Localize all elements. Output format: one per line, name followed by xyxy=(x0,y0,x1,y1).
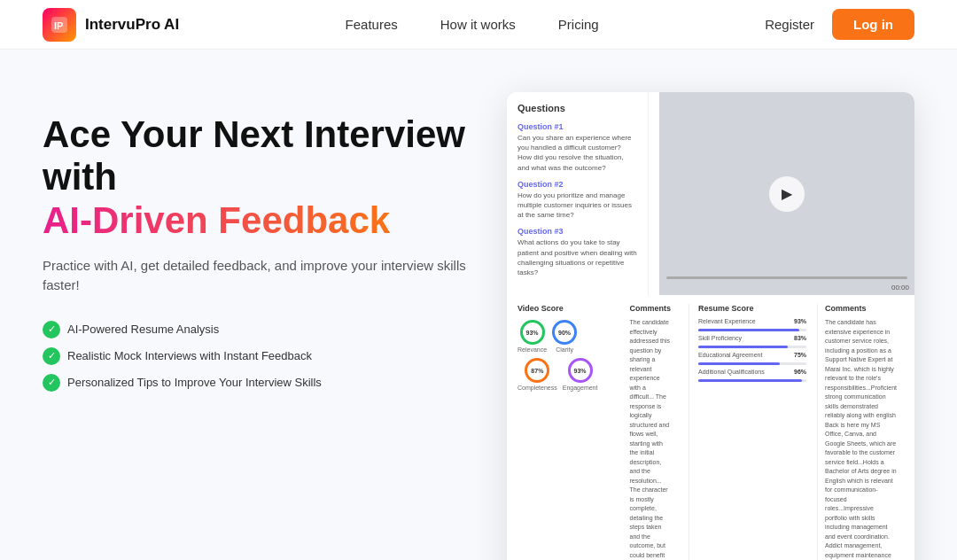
q-text-1: Can you share an experience where you ha… xyxy=(517,133,637,173)
score-circle-clarity: 90% Clarity xyxy=(552,320,577,353)
logo-icon: IP xyxy=(43,8,76,42)
comments-text: The candidate effectively addressed this… xyxy=(629,318,671,560)
screenshot-container: Questions Question #1 Can you share an e… xyxy=(507,92,914,560)
resume-score-title: Resume Score xyxy=(698,304,806,313)
play-button[interactable]: ▶ xyxy=(769,176,805,212)
resume-comments-title: Comments xyxy=(825,304,897,313)
resume-item-1: Relevant Experience 93% xyxy=(698,318,806,331)
circle-clarity: 90% xyxy=(552,320,577,345)
login-button[interactable]: Log in xyxy=(832,9,914,40)
score-circles: 93% Relevance 90% Clarity 87% Completene… xyxy=(517,320,611,391)
hero-section: Ace Your Next Interview with AI-Driven F… xyxy=(0,50,957,560)
question-item-3: Question #3 What actions do you take to … xyxy=(517,227,637,277)
circle-relevance: 93% xyxy=(520,320,545,345)
check-icon-2: ✓ xyxy=(43,347,60,365)
circle-engagement: 93% xyxy=(568,358,593,383)
questions-title: Questions xyxy=(517,103,637,113)
score-circle-engagement: 93% Engagement xyxy=(563,358,598,391)
register-button[interactable]: Register xyxy=(765,17,814,32)
check-icon-1: ✓ xyxy=(43,321,60,338)
logo[interactable]: IP IntervuPro AI xyxy=(43,8,179,42)
questions-panel: Questions Question #1 Can you share an e… xyxy=(507,92,649,295)
question-item-2: Question #2 How do you prioritize and ma… xyxy=(517,180,637,221)
feature-pill-1: ✓ AI-Powered Resume Analysis xyxy=(43,321,471,338)
logo-text: IntervuPro AI xyxy=(85,16,179,34)
hero-subtitle: Practice with AI, get detailed feedback,… xyxy=(43,256,471,296)
nav-links: Features How it works Pricing xyxy=(346,17,599,33)
feature-pills: ✓ AI-Powered Resume Analysis ✓ Realistic… xyxy=(43,321,471,392)
resume-comments-text: The candidate has extensive experience i… xyxy=(825,318,897,560)
circle-completeness: 87% xyxy=(525,358,549,383)
q-text-2: How do you prioritize and manage multipl… xyxy=(517,191,637,221)
hero-title: Ace Your Next Interview with AI-Driven F… xyxy=(43,113,471,242)
hero-left: Ace Your Next Interview with AI-Driven F… xyxy=(43,92,471,392)
nav-right: Register Log in xyxy=(765,9,914,40)
video-time: 00:00 xyxy=(891,284,909,292)
score-circle-completeness: 87% Completeness xyxy=(517,358,557,391)
check-icon-3: ✓ xyxy=(43,374,60,392)
feature-pill-3: ✓ Personalized Tips to Improve Your Inte… xyxy=(43,374,471,392)
score-circle-relevance: 93% Relevance xyxy=(517,320,547,353)
nav-item-pricing[interactable]: Pricing xyxy=(558,17,599,33)
resume-item-3: Educational Agreement 75% xyxy=(698,352,806,365)
hero-title-gradient: AI-Driven Feedback xyxy=(43,199,390,241)
screenshot-top: Questions Question #1 Can you share an e… xyxy=(507,92,914,295)
nav-item-how[interactable]: How it works xyxy=(440,17,516,33)
resume-comments-panel: Comments The candidate has extensive exp… xyxy=(817,304,904,560)
svg-text:IP: IP xyxy=(54,20,63,31)
feature-pill-2: ✓ Realistic Mock Interviews with Instant… xyxy=(43,347,471,365)
resume-item-2: Skill Proficiency 83% xyxy=(698,335,806,348)
q-label-2: Question #2 xyxy=(517,180,637,189)
q-text-3: What actions do you take to stay patient… xyxy=(517,237,637,277)
feedback-row: Video Score 93% Relevance 90% Clarity 87… xyxy=(507,295,914,560)
video-score-panel: Video Score 93% Relevance 90% Clarity 87… xyxy=(517,304,611,560)
video-panel: ▶ 00:00 xyxy=(659,92,914,295)
comments-title: Comments xyxy=(629,304,671,313)
nav-item-features[interactable]: Features xyxy=(346,17,398,33)
navbar: IP IntervuPro AI Features How it works P… xyxy=(0,0,957,50)
video-comments-panel: Comments The candidate effectively addre… xyxy=(622,304,678,560)
video-score-title: Video Score xyxy=(517,304,611,313)
resume-item-4: Additional Qualifications 96% xyxy=(698,369,806,382)
question-item-1: Question #1 Can you share an experience … xyxy=(517,122,637,173)
q-label-1: Question #1 xyxy=(517,122,637,131)
q-label-3: Question #3 xyxy=(517,227,637,236)
resume-score-panel: Resume Score Relevant Experience 93% Ski… xyxy=(689,304,806,560)
hero-right: Questions Question #1 Can you share an e… xyxy=(507,92,914,560)
